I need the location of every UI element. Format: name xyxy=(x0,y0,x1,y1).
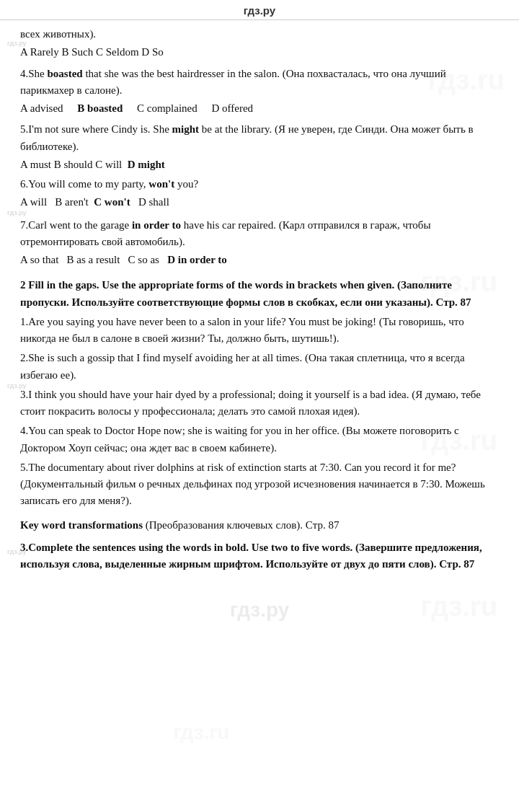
q4-opt-a: A advised xyxy=(20,102,63,114)
question-7-block: 7.Carl went to the garage in order to ha… xyxy=(20,217,499,269)
intro-line: всех животных). xyxy=(20,26,499,43)
s2-q1-text: 1.Are you saying you have never been to … xyxy=(20,316,464,344)
page-header: гдз.ру xyxy=(0,0,519,20)
section2-heading: 2 Fill in the gaps. Use the appropriate … xyxy=(20,277,499,311)
q4-text: 4.She boasted that she was the best hair… xyxy=(20,66,499,100)
s2-q4-text: 4.You can speak to Doctor Hope now; she … xyxy=(20,425,459,453)
q4-options: A advised B boasted C complained D offer… xyxy=(20,100,499,117)
question-5-block: 5.I'm not sure where Cindy is. She might… xyxy=(20,121,499,173)
q7-opt-d: D in order to xyxy=(167,254,227,265)
q6-options: A will B aren't C won't D shall xyxy=(20,194,499,211)
main-content: всех животных). A Rarely B Such C Seldom… xyxy=(0,20,519,640)
q5-text: 5.I'm not sure where Cindy is. She might… xyxy=(20,121,499,155)
s2-q3-text: 3.I think you should have your hair dyed… xyxy=(20,389,481,417)
header-title: гдз.ру xyxy=(244,4,275,17)
q4-opt-d: D offered xyxy=(212,102,254,114)
q5-opt-d: D might xyxy=(128,159,165,170)
keyword-heading-1: Key word transformations xyxy=(20,519,143,531)
q7-prefix: 7.Carl went to the garage xyxy=(20,219,132,231)
question-6-block: 6.You will come to my party, won't you? … xyxy=(20,176,499,211)
section-2-block: 2 Fill in the gaps. Use the appropriate … xyxy=(20,277,499,509)
q4-prefix: 4.She xyxy=(20,68,48,79)
keyword-heading-2: (Преобразования ключевых слов). Стр. 87 xyxy=(143,519,339,531)
bottom-watermark-area: гдз.ру xyxy=(20,594,499,625)
q4-opt-c: C complained xyxy=(137,102,198,114)
q5-options: A must B should C will D might xyxy=(20,156,499,173)
s2-q2-text: 2.She is such a gossip that I find mysel… xyxy=(20,352,465,380)
q7-answer-word: in order to xyxy=(132,219,181,231)
q4-answer-word: boasted xyxy=(48,68,83,79)
question-4-block: 4.She boasted that she was the best hair… xyxy=(20,66,499,118)
q6-text: 6.You will come to my party, won't you? xyxy=(20,176,499,193)
s2-q5-text: 5.The documentary about river dolphins a… xyxy=(20,462,485,507)
s2-q1: 1.Are you saying you have never been to … xyxy=(20,314,499,348)
q-a-line: A Rarely B Such C Seldom D So xyxy=(20,44,499,61)
section-3-block: 3.Complete the sentences using the words… xyxy=(20,539,499,573)
s2-q4: 4.You can speak to Doctor Hope now; she … xyxy=(20,423,499,456)
watermark-bot3: гдз.ru xyxy=(173,721,229,744)
s2-q5: 5.The documentary about river dolphins a… xyxy=(20,459,499,510)
s2-q3: 3.I think you should have your hair dyed… xyxy=(20,387,499,420)
q7-text: 7.Carl went to the garage in order to ha… xyxy=(20,217,499,251)
q6-answer-word: won't xyxy=(148,178,174,190)
q6-opt-c: C won't xyxy=(94,196,130,208)
section3-heading: 3.Complete the sentences using the words… xyxy=(20,539,499,573)
q6-suffix: you? xyxy=(174,178,198,190)
q6-prefix: 6.You will come to my party, xyxy=(20,178,148,190)
s2-q2: 2.She is such a gossip that I find mysel… xyxy=(20,350,499,384)
q5-answer-word: might xyxy=(172,123,200,135)
q5-prefix: 5.I'm not sure where Cindy is. She xyxy=(20,123,172,135)
keyword-section: Key word transformations (Преобразования… xyxy=(20,517,499,534)
q4-opt-b: B boasted xyxy=(77,102,123,114)
q4-suffix: that she was the best hairdresser in the… xyxy=(20,68,446,96)
q7-options: A so that B as a result C so as D in ord… xyxy=(20,252,499,268)
keyword-heading: Key word transformations (Преобразования… xyxy=(20,517,499,534)
watermark-bottom-center: гдз.ру xyxy=(230,599,290,621)
